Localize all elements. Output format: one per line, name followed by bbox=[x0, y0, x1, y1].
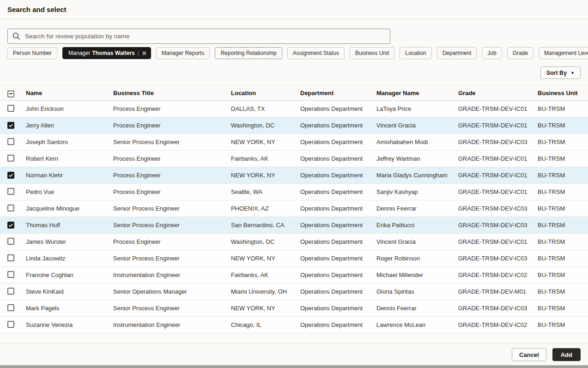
cancel-button[interactable]: Cancel bbox=[512, 348, 546, 361]
cell-grade: GRADE-TRSM-DEV-M01 bbox=[458, 288, 538, 295]
cell-business-unit: BU-TRSM bbox=[538, 238, 588, 245]
cell-name: Thomas Huff bbox=[26, 222, 113, 229]
table-row[interactable]: James WursterProcess EngineerWashington,… bbox=[0, 234, 588, 250]
row-checkbox[interactable] bbox=[7, 188, 14, 195]
table-row[interactable]: Linda JacowitzSenior Process EngineerNEW… bbox=[0, 250, 588, 267]
filter-chip-management-level[interactable]: Management Level bbox=[539, 47, 588, 59]
filter-chip-department[interactable]: Department bbox=[437, 47, 477, 59]
filter-chip-manager-thomas-walters[interactable]: ManagerThomas Walters|✕ bbox=[62, 47, 151, 59]
cell-department: Operations Department bbox=[300, 305, 376, 312]
cell-name: Robert Kern bbox=[26, 155, 113, 162]
row-checkbox[interactable] bbox=[7, 254, 14, 261]
cell-business-unit: BU-TRSM bbox=[538, 172, 588, 179]
horizontal-scrollbar[interactable] bbox=[0, 365, 588, 368]
chip-value-label: Thomas Walters bbox=[92, 50, 134, 56]
cell-location: Fairbanks, AK bbox=[231, 155, 300, 162]
cell-grade: GRADE-TRSM-DEV-IC03 bbox=[458, 305, 538, 312]
cell-grade: GRADE-TRSM-DEV-IC01 bbox=[458, 105, 538, 112]
filter-chip-manager-reports[interactable]: Manager Reports bbox=[156, 47, 210, 59]
cell-location: NEW YORK, NY bbox=[231, 305, 300, 312]
cell-department: Operations Department bbox=[300, 255, 376, 262]
table-row[interactable]: Jerry AllenProcess EngineerWashington, D… bbox=[0, 117, 588, 134]
cell-manager: Jeffrey Wartman bbox=[376, 155, 458, 162]
cell-grade: GRADE-TRSM-DEV-IC01 bbox=[458, 188, 538, 195]
close-icon[interactable]: ✕ bbox=[142, 50, 147, 57]
cell-title: Senior Process Engineer bbox=[113, 139, 231, 145]
filter-chip-reporting-relationship[interactable]: Reporting Relationship bbox=[215, 47, 282, 59]
cell-grade: GRADE-TRSM-DEV-IC03 bbox=[458, 205, 538, 212]
cell-name: Jacqueline Minogue bbox=[26, 205, 113, 212]
cell-department: Operations Department bbox=[300, 188, 376, 195]
table-row[interactable]: Suzanne VeneziaInstrumentation EngineerC… bbox=[0, 317, 588, 333]
filter-chip-person-number[interactable]: Person Number bbox=[7, 47, 57, 59]
dialog-footer: Cancel Add bbox=[0, 344, 588, 365]
cell-business-unit: BU-TRSM bbox=[538, 305, 588, 312]
table-row[interactable]: Jacqueline MinogueSenior Process Enginee… bbox=[0, 200, 588, 217]
filter-chip-job[interactable]: Job bbox=[482, 47, 502, 59]
cell-business-unit: BU-TRSM bbox=[538, 139, 588, 145]
cell-name: Steve KinKaid bbox=[26, 288, 113, 295]
filter-chip-grade[interactable]: Grade bbox=[507, 47, 533, 59]
cell-location: DALLAS, TX bbox=[231, 105, 300, 112]
cell-location: Miami University, OH bbox=[231, 288, 300, 295]
table-row[interactable]: Francine CoghlanInstrumentation Engineer… bbox=[0, 267, 588, 284]
table-row[interactable]: Norman KlehrProcess EngineerNEW YORK, NY… bbox=[0, 167, 588, 184]
cell-location: NEW YORK, NY bbox=[231, 255, 300, 262]
row-checkbox[interactable] bbox=[7, 172, 14, 179]
row-checkbox[interactable] bbox=[7, 271, 14, 278]
add-button[interactable]: Add bbox=[552, 348, 581, 361]
row-checkbox[interactable] bbox=[7, 321, 14, 328]
filter-bar: Person NumberManagerThomas Walters|✕Mana… bbox=[7, 47, 581, 59]
search-input[interactable] bbox=[25, 33, 385, 40]
row-checkbox[interactable] bbox=[7, 288, 14, 295]
table-row[interactable]: Pedro VueProcess EngineerSeattle, WAOper… bbox=[0, 184, 588, 200]
cell-department: Operations Department bbox=[300, 222, 376, 229]
row-checkbox[interactable] bbox=[7, 138, 14, 145]
cell-grade: GRADE-TRSM-DEV-IC01 bbox=[458, 155, 538, 162]
cell-name: Pedro Vue bbox=[26, 188, 113, 195]
cell-grade: GRADE-TRSM-DEV-IC03 bbox=[458, 255, 538, 262]
table-row[interactable]: John EricksonProcess EngineerDALLAS, TXO… bbox=[0, 101, 588, 117]
table-row[interactable]: Joseph SantoroSenior Process EngineerNEW… bbox=[0, 134, 588, 151]
cell-grade: GRADE-TRSM-DEV-IC03 bbox=[458, 222, 538, 229]
cell-title: Process Engineer bbox=[113, 122, 231, 129]
cell-business-unit: BU-TRSM bbox=[538, 122, 588, 129]
column-header-name: Name bbox=[26, 90, 113, 97]
cell-title: Instrumentation Engineer bbox=[113, 271, 231, 278]
cell-manager: Amishabahen Modi bbox=[376, 139, 458, 145]
table-row[interactable]: Steve KinKaidSenior Operations ManagerMi… bbox=[0, 284, 588, 300]
cell-name: Suzanne Venezia bbox=[26, 321, 113, 328]
row-checkbox[interactable] bbox=[7, 222, 14, 229]
cell-grade: GRADE-TRSM-DEV-IC01 bbox=[458, 172, 538, 179]
cell-manager: Lawrence McLean bbox=[376, 321, 458, 328]
cell-manager: Michael Millender bbox=[376, 271, 458, 278]
sort-by-label: Sort By bbox=[546, 70, 567, 76]
search-box[interactable] bbox=[7, 29, 390, 44]
table-row[interactable]: Thomas HuffSenior Process EngineerSan Be… bbox=[0, 217, 588, 234]
cell-manager: Roger Robinson bbox=[376, 255, 458, 262]
chip-divider: | bbox=[138, 50, 139, 56]
table-row[interactable]: Robert KernProcess EngineerFairbanks, AK… bbox=[0, 151, 588, 167]
cell-department: Operations Department bbox=[300, 139, 376, 145]
column-header-grade: Grade bbox=[458, 90, 538, 97]
table-row[interactable]: Mark PagelsSenior Process EngineerNEW YO… bbox=[0, 300, 588, 317]
row-checkbox[interactable] bbox=[7, 155, 14, 162]
cell-location: PHOENIX, AZ bbox=[231, 205, 300, 212]
row-checkbox[interactable] bbox=[7, 122, 14, 129]
cell-name: Jerry Allen bbox=[26, 122, 113, 129]
filter-chip-assignment-status[interactable]: Assignment Status bbox=[287, 47, 345, 59]
row-checkbox[interactable] bbox=[7, 205, 14, 211]
cell-business-unit: BU-TRSM bbox=[538, 288, 588, 295]
table-header-row: Name Business Title Location Department … bbox=[0, 85, 588, 101]
filter-chip-location[interactable]: Location bbox=[400, 47, 431, 59]
select-all-checkbox[interactable] bbox=[7, 90, 14, 97]
row-checkbox[interactable] bbox=[7, 238, 14, 245]
cell-manager: Vincent Gracia bbox=[376, 238, 458, 245]
filter-chip-business-unit[interactable]: Business Unit bbox=[350, 47, 394, 59]
cell-department: Operations Department bbox=[300, 155, 376, 162]
row-checkbox[interactable] bbox=[7, 304, 14, 311]
cell-manager: Maria Gladys Cunningham bbox=[376, 172, 458, 179]
sort-by-button[interactable]: Sort By ▼ bbox=[540, 66, 581, 79]
row-checkbox[interactable] bbox=[7, 105, 14, 112]
cell-name: Linda Jacowitz bbox=[26, 255, 113, 262]
